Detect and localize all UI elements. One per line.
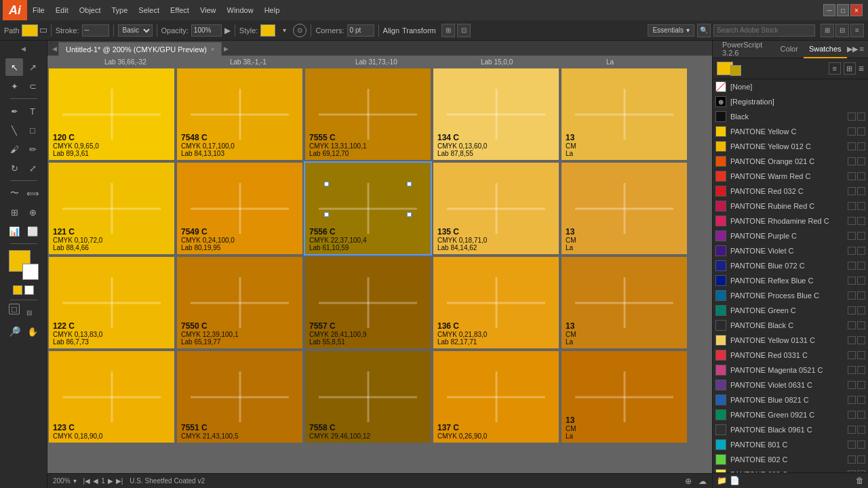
swatch-item-15[interactable]: PANTONE Green C: [713, 303, 868, 318]
minimize-icon[interactable]: ─: [823, 4, 835, 16]
stroke-swap-icon[interactable]: [40, 28, 47, 33]
fill-indicator[interactable]: [13, 285, 22, 295]
menu-effect[interactable]: Effect: [165, 0, 195, 20]
tab-scroll-left-icon[interactable]: ◀: [50, 42, 58, 56]
swatch-list-view-icon[interactable]: ≡: [829, 62, 841, 75]
swatch-item-10[interactable]: PANTONE Purple C: [713, 228, 868, 243]
transform-icon[interactable]: ⊡: [457, 24, 471, 37]
puppet-warp-tool-icon[interactable]: ⊕: [24, 203, 41, 221]
status-icon-2[interactable]: ☁: [698, 476, 707, 486]
color-tile-135C[interactable]: 135 CCMYK 0,18,71,0Lab 84,14,62: [433, 163, 559, 254]
swatch-item-17[interactable]: PANTONE Yellow 0131 C: [713, 333, 868, 348]
swatch-options-icon[interactable]: ≡: [859, 63, 864, 74]
style-dropdown-icon[interactable]: ▾: [278, 24, 290, 37]
scale-tool-icon[interactable]: ⤢: [24, 159, 41, 177]
swatch-item-24[interactable]: PANTONE 801 C: [713, 437, 868, 452]
canvas-scroll[interactable]: Lab 36,66,-32 Lab 38,-1,-1 Lab 31,73,-10…: [47, 56, 712, 473]
zoom-in-icon[interactable]: 🔎: [5, 323, 23, 340]
swatch-item-6[interactable]: PANTONE Warm Red C: [713, 169, 868, 184]
swatch-item-19[interactable]: PANTONE Magenta 0521 C: [713, 363, 868, 378]
background-color[interactable]: [22, 264, 39, 280]
panel-arrange-icon[interactable]: ⊞: [821, 24, 834, 37]
swatch-item-8[interactable]: PANTONE Rubine Red C: [713, 199, 868, 214]
swatch-item-5[interactable]: PANTONE Orange 021 C: [713, 154, 868, 169]
menu-window[interactable]: Window: [222, 0, 259, 20]
swatch-item-13[interactable]: PANTONE Reflex Blue C: [713, 273, 868, 288]
menu-object[interactable]: Object: [74, 0, 106, 20]
page-prev2-icon[interactable]: ◀: [93, 477, 98, 485]
close-icon[interactable]: ×: [850, 4, 863, 16]
rotate-tool-icon[interactable]: ↻: [5, 159, 23, 177]
document-tab-close-icon[interactable]: ×: [211, 46, 214, 53]
new-swatch-icon[interactable]: 📄: [730, 476, 740, 485]
page-next-icon[interactable]: ▶: [108, 477, 113, 485]
color-tile-136C[interactable]: 136 CCMYK 0,21,83,0Lab 82,17,71: [433, 257, 559, 348]
swatch-item-25[interactable]: PANTONE 802 C: [713, 452, 868, 467]
swatch-item-14[interactable]: PANTONE Process Blue C: [713, 288, 868, 303]
swatch-item-12[interactable]: PANTONE Blue 072 C: [713, 258, 868, 273]
magic-wand-tool-icon[interactable]: ✦: [5, 77, 23, 95]
hand-tool-icon[interactable]: ✋: [24, 323, 41, 340]
color-tile-7558C[interactable]: 7558 CCMYK 29,46,100,12: [305, 351, 431, 443]
normal-mode-icon[interactable]: □: [9, 304, 20, 314]
width-tool-icon[interactable]: ⟺: [24, 184, 41, 202]
pencil-tool-icon[interactable]: ✏: [24, 140, 41, 158]
color-tile-7548C[interactable]: 7548 CCMYK 0,17,100,0Lab 84,13,103: [177, 68, 302, 160]
color-tile-7549C[interactable]: 7549 CCMYK 0,24,100,0Lab 80,19,95: [177, 163, 302, 254]
direct-selection-tool-icon[interactable]: ↗: [24, 58, 41, 76]
isolate-mode-icon[interactable]: ⊟: [20, 304, 38, 321]
panel-align-icon[interactable]: ⊟: [835, 24, 849, 37]
align-label[interactable]: Align: [383, 26, 399, 35]
color-tile-123C[interactable]: 123 CCMYK 0,18,90,0: [49, 351, 174, 443]
panel-tab-swatches[interactable]: Swatches: [804, 41, 847, 58]
swatch-item-1[interactable]: ⊕[Registration]: [713, 94, 868, 109]
zoom-dropdown-icon[interactable]: ▾: [73, 477, 77, 485]
new-color-group-icon[interactable]: 📁: [717, 476, 727, 485]
color-tile-137C[interactable]: 137 CCMYK 0,26,90,0: [433, 351, 559, 443]
panel-options-icon[interactable]: ≡: [850, 24, 864, 37]
page-prev-icon[interactable]: |◀: [83, 477, 91, 485]
color-tile-7555C[interactable]: 7555 CCMYK 13,31,100,1Lab 69,12,70: [305, 68, 431, 160]
canvas-area[interactable]: Lab 36,66,-32 Lab 38,-1,-1 Lab 31,73,-10…: [47, 56, 712, 488]
menu-type[interactable]: Type: [106, 0, 134, 20]
zoom-controls[interactable]: 200% ▾: [53, 477, 77, 485]
swatch-item-3[interactable]: PANTONE Yellow C: [713, 124, 868, 139]
maximize-icon[interactable]: □: [837, 4, 849, 16]
essentials-button[interactable]: Essentials ▾: [648, 24, 694, 37]
status-icon-1[interactable]: ⊕: [685, 476, 692, 486]
appearance-circle-icon[interactable]: ⊙: [293, 24, 307, 37]
panel-collapse-icon[interactable]: ▶▶: [847, 45, 858, 54]
artboard-tool-icon[interactable]: ⬜: [24, 222, 41, 240]
color-tile-7556C[interactable]: 7556 CCMYK 22,37,100,4Lab 61,10,59: [305, 163, 431, 254]
lasso-tool-icon[interactable]: ⊂: [24, 77, 41, 95]
swatch-item-26[interactable]: PANTONE 803 C: [713, 467, 868, 472]
swatch-item-20[interactable]: PANTONE Violet 0631 C: [713, 378, 868, 392]
menu-edit[interactable]: Edit: [50, 0, 74, 20]
selection-tool-icon[interactable]: ↖: [5, 58, 23, 76]
menu-view[interactable]: View: [195, 0, 222, 20]
align-icon[interactable]: ⊞: [441, 24, 455, 37]
swatch-item-11[interactable]: PANTONE Violet C: [713, 243, 868, 258]
fill-swatch[interactable]: [22, 24, 38, 37]
tab-scroll-right-icon[interactable]: ▶: [222, 42, 230, 56]
corners-input[interactable]: [347, 24, 374, 37]
menu-help[interactable]: Help: [259, 0, 285, 20]
color-tile-138C_top[interactable]: 13CMLa: [561, 351, 687, 443]
menu-select[interactable]: Select: [133, 0, 165, 20]
swatch-item-4[interactable]: PANTONE Yellow 012 C: [713, 139, 868, 154]
type-tool-icon[interactable]: T: [24, 102, 41, 120]
swatch-item-2[interactable]: Black: [713, 109, 868, 124]
opacity-input[interactable]: [191, 24, 222, 37]
graph-tool-icon[interactable]: 📊: [5, 222, 23, 240]
stroke-type-select[interactable]: Basic: [118, 24, 153, 37]
color-tile-120C[interactable]: 120 CCMYK 0,9,65,0Lab 89,3,61: [49, 68, 174, 160]
color-tile-134C[interactable]: 134 CCMYK 0,13,60,0Lab 87,8,55: [433, 68, 559, 160]
warp-tool-icon[interactable]: 〜: [5, 184, 23, 202]
line-tool-icon[interactable]: ╲: [5, 121, 23, 139]
color-tile-135C_top[interactable]: 13CMLa: [561, 68, 687, 160]
paintbrush-tool-icon[interactable]: 🖌: [5, 140, 23, 158]
expand-icon[interactable]: ▶: [224, 26, 231, 35]
pen-tool-icon[interactable]: ✒: [5, 102, 23, 120]
stroke-width-input[interactable]: ─: [82, 24, 109, 37]
panel-tab-color[interactable]: Color: [775, 41, 804, 58]
